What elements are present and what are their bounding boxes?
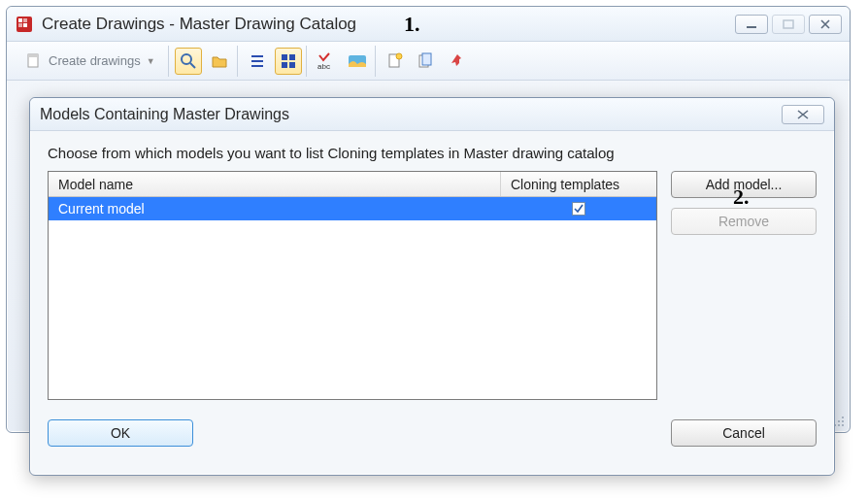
svg-rect-1 — [18, 18, 22, 22]
svg-point-25 — [838, 420, 840, 422]
svg-line-10 — [190, 63, 195, 68]
list-view-icon — [249, 52, 266, 70]
pin-icon — [449, 52, 466, 70]
toolbar: Create drawings ▼ — [7, 42, 850, 81]
cancel-button[interactable]: Cancel — [671, 419, 817, 447]
column-model-name[interactable]: Model name — [49, 172, 501, 196]
minimize-button[interactable] — [735, 15, 768, 34]
list-view-button[interactable] — [244, 48, 271, 75]
search-button[interactable] — [175, 48, 202, 75]
create-drawings-label: Create drawings — [49, 53, 141, 68]
window-title: Create Drawings - Master Drawing Catalog — [42, 15, 356, 34]
column-cloning-templates[interactable]: Cloning templates — [501, 172, 656, 196]
svg-rect-23 — [422, 53, 431, 65]
svg-rect-14 — [282, 54, 287, 60]
spellcheck-button[interactable]: abc — [313, 48, 340, 75]
dialog-instruction: Choose from which models you want to lis… — [48, 145, 817, 161]
open-folder-button[interactable] — [206, 48, 233, 75]
model-table: Model name Cloning templates Current mod… — [48, 171, 657, 400]
callout-1: 1. — [404, 12, 420, 37]
close-icon — [796, 109, 810, 120]
svg-rect-3 — [18, 23, 22, 27]
panorama-icon — [348, 52, 367, 70]
remove-button: Remove — [671, 208, 817, 235]
checkmark-icon — [574, 204, 584, 214]
svg-rect-15 — [289, 54, 295, 60]
app-icon — [15, 15, 34, 34]
dialog-close-button[interactable] — [782, 105, 824, 124]
pin-button[interactable] — [444, 48, 471, 75]
create-drawings-dropdown[interactable]: Create drawings ▼ — [17, 48, 164, 75]
svg-rect-8 — [28, 54, 38, 57]
search-icon — [180, 52, 197, 70]
copy-document-button[interactable] — [413, 48, 440, 75]
spellcheck-icon: abc — [317, 52, 336, 70]
ok-button[interactable]: OK — [48, 419, 193, 447]
document-icon — [25, 52, 43, 70]
svg-rect-17 — [289, 62, 295, 68]
svg-rect-4 — [23, 23, 27, 27]
svg-point-28 — [838, 424, 840, 426]
maximize-button[interactable] — [772, 15, 805, 34]
titlebar: Create Drawings - Master Drawing Catalog — [7, 7, 850, 42]
svg-point-24 — [842, 417, 844, 418]
svg-rect-5 — [747, 26, 756, 28]
thumbnail-view-button[interactable] — [275, 48, 302, 75]
svg-point-9 — [182, 54, 191, 64]
cell-model-name: Current model — [49, 201, 501, 217]
svg-rect-6 — [784, 20, 793, 28]
new-document-icon — [386, 52, 404, 70]
svg-rect-2 — [23, 18, 27, 22]
cloning-checkbox[interactable] — [572, 202, 585, 216]
copy-document-icon — [417, 52, 435, 70]
svg-rect-16 — [282, 62, 287, 68]
svg-point-26 — [842, 420, 844, 422]
callout-2: 2. — [733, 184, 750, 210]
image-view-button[interactable] — [344, 48, 371, 75]
close-button[interactable] — [809, 15, 842, 34]
new-document-button[interactable] — [382, 48, 409, 75]
svg-text:abc: abc — [317, 62, 330, 70]
window-controls — [731, 15, 842, 34]
folder-open-icon — [211, 52, 228, 70]
chevron-down-icon: ▼ — [147, 56, 155, 66]
svg-point-21 — [396, 53, 402, 59]
models-dialog: Models Containing Master Drawings Choose… — [29, 97, 835, 476]
dialog-titlebar: Models Containing Master Drawings — [30, 98, 834, 131]
dialog-title: Models Containing Master Drawings — [40, 106, 782, 123]
thumbnail-view-icon — [280, 52, 297, 70]
svg-point-29 — [842, 424, 844, 426]
table-row[interactable]: Current model — [49, 197, 656, 220]
